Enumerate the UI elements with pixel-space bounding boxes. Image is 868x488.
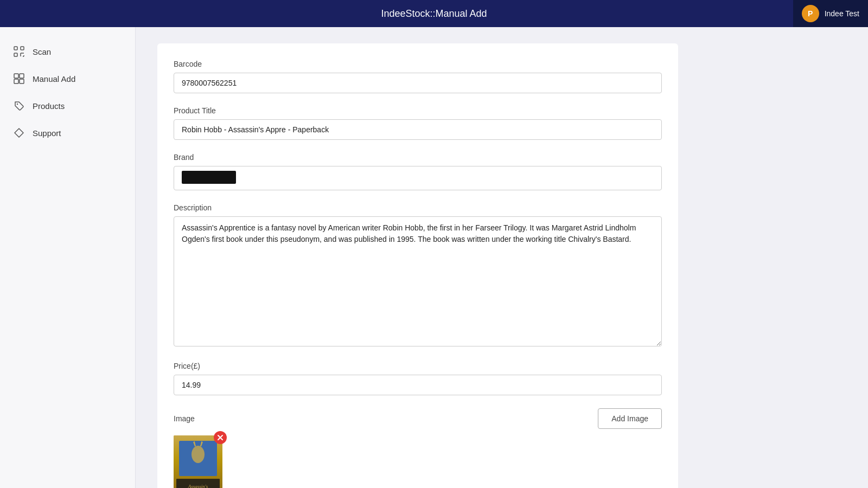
sidebar: Scan Manual Add Products (0, 27, 136, 488)
layout: Scan Manual Add Products (0, 27, 868, 488)
brand-group: Brand (174, 153, 662, 190)
description-textarea[interactable]: Assassin's Apprentice is a fantasy novel… (174, 216, 662, 346)
svg-point-11 (17, 104, 18, 105)
svg-rect-1 (21, 47, 24, 50)
tag-icon (13, 100, 25, 112)
sidebar-item-support[interactable]: Support (0, 119, 135, 146)
svg-point-14 (192, 446, 205, 463)
image-label: Image (174, 414, 195, 423)
sidebar-item-manual-add-label: Manual Add (33, 74, 75, 84)
svg-rect-2 (14, 53, 17, 56)
sidebar-item-support-label: Support (33, 129, 61, 138)
description-label: Description (174, 203, 662, 212)
sidebar-item-manual-add[interactable]: Manual Add (0, 65, 135, 92)
topbar: IndeeStock::Manual Add P Indee Test (0, 0, 868, 27)
barcode-group: Barcode (174, 60, 662, 93)
product-title-group: Product Title (174, 106, 662, 140)
scan-icon (13, 46, 25, 57)
form-card: Barcode Product Title Brand Description … (157, 43, 678, 488)
svg-rect-8 (20, 74, 24, 78)
barcode-input[interactable] (174, 73, 662, 93)
grid-icon (13, 73, 25, 85)
product-title-input[interactable] (174, 119, 662, 140)
product-title-label: Product Title (174, 106, 662, 115)
avatar: P (802, 5, 819, 22)
barcode-label: Barcode (174, 60, 662, 68)
svg-rect-10 (20, 79, 24, 84)
user-name: Indee Test (825, 9, 859, 18)
user-menu[interactable]: P Indee Test (793, 0, 868, 27)
svg-rect-0 (14, 47, 17, 50)
image-section: Assassin's (174, 435, 662, 488)
sidebar-item-products-label: Products (33, 101, 65, 111)
image-group: Image Add Image (174, 408, 662, 488)
main-content: Barcode Product Title Brand Description … (136, 27, 868, 488)
sidebar-item-products[interactable]: Products (0, 92, 135, 119)
price-input[interactable] (174, 375, 662, 395)
price-group: Price(£) (174, 362, 662, 395)
svg-rect-7 (14, 74, 18, 78)
description-group: Description Assassin's Apprentice is a f… (174, 203, 662, 349)
remove-image-button[interactable] (214, 431, 227, 444)
topbar-title: IndeeStock::Manual Add (381, 8, 487, 20)
brand-input-container[interactable] (174, 166, 662, 190)
brand-black-bar (182, 171, 236, 184)
price-label: Price(£) (174, 362, 662, 370)
image-item: Assassin's (174, 435, 222, 488)
image-label-row: Image Add Image (174, 408, 662, 429)
svg-rect-9 (14, 79, 18, 84)
add-image-button[interactable]: Add Image (598, 408, 662, 429)
book-thumbnail: Assassin's (174, 435, 222, 488)
brand-label: Brand (174, 153, 662, 162)
diamond-icon (13, 127, 25, 139)
sidebar-item-scan[interactable]: Scan (0, 38, 135, 65)
svg-text:Assassin's: Assassin's (188, 484, 208, 488)
image-wrapper: Assassin's (174, 435, 222, 488)
sidebar-item-scan-label: Scan (33, 47, 51, 56)
